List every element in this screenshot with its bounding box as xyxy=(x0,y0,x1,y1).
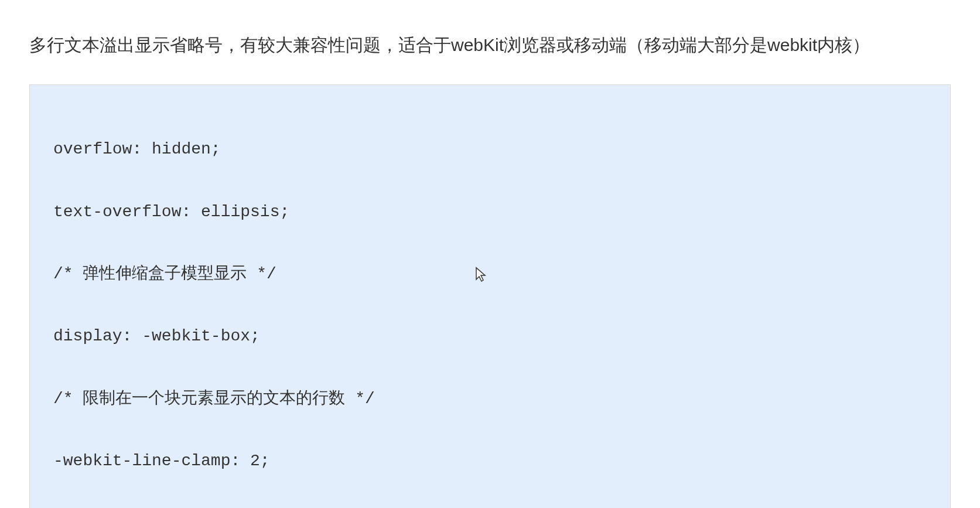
code-line: -webkit-line-clamp: 2; xyxy=(53,445,927,476)
code-line: /* 弹性伸缩盒子模型显示 */ xyxy=(53,258,927,289)
code-line: overflow: hidden; xyxy=(53,134,927,165)
code-block: overflow: hidden; text-overflow: ellipsi… xyxy=(29,84,951,508)
code-line: display: -webkit-box; xyxy=(53,321,927,352)
intro-paragraph: 多行文本溢出显示省略号，有较大兼容性问题，适合于webKit浏览器或移动端（移动… xyxy=(29,29,951,61)
code-line: text-overflow: ellipsis; xyxy=(53,196,927,227)
code-line: /* 限制在一个块元素显示的文本的行数 */ xyxy=(53,383,927,414)
